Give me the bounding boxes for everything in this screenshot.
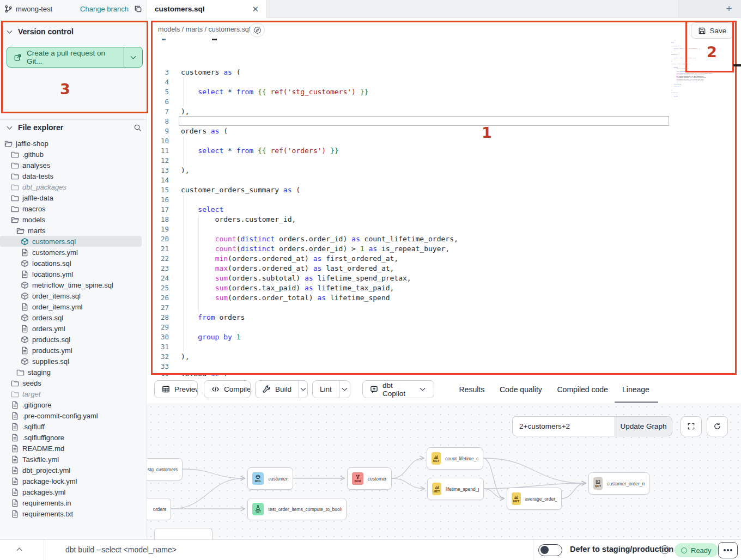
file-tree-item-readme-md[interactable]: README.md <box>0 443 147 454</box>
tab-results[interactable]: Results <box>459 376 485 403</box>
button-main[interactable]: Build <box>256 381 299 398</box>
file-tree-item-jaffle-data[interactable]: jaffle-data <box>0 192 147 203</box>
file-tree-item-packages-yml[interactable]: packages.yml <box>0 486 147 497</box>
create-pr-button[interactable]: Create a pull request on Git... <box>7 47 143 68</box>
file-tree-item-products-sql[interactable]: products.sql <box>0 334 147 345</box>
copy-icon[interactable] <box>134 5 142 13</box>
new-tab-button[interactable]: + <box>722 2 736 15</box>
chevron-up-icon[interactable] <box>15 545 23 553</box>
folder-icon <box>11 390 19 398</box>
file-tree-item-supplies-sql[interactable]: supplies.sql <box>0 356 147 367</box>
file-tree-item-jaffle-shop[interactable]: jaffle-shop <box>0 138 147 149</box>
lineage-node-average_order_value[interactable]: METaverage_order_value <box>507 488 562 510</box>
file-tree-item-taskfile-yml[interactable]: Taskfile.yml <box>0 454 147 465</box>
tab-code-quality[interactable]: Code quality <box>500 376 542 403</box>
code-editor[interactable]: with customers as ( select * from {{ ref… <box>147 41 741 376</box>
lineage-node-test_order_items[interactable]: TSTtest_order_items_compute_to_bools... <box>247 498 347 520</box>
table-icon <box>162 385 170 393</box>
file-tree-item-requirements-txt[interactable]: requirements.txt <box>0 508 147 519</box>
tab-lineage[interactable]: Lineage <box>622 376 649 403</box>
close-icon[interactable]: ✕ <box>252 5 259 13</box>
file-tree-item--sqlfluffignore[interactable]: .sqlfluffignore <box>0 432 147 443</box>
dbt-copilot-button[interactable]: dbt Copilot <box>362 380 434 398</box>
lineage-node-orders[interactable]: orders <box>147 498 171 520</box>
copilot-compass-button[interactable] <box>250 23 265 37</box>
button-main[interactable]: Compile <box>204 381 251 398</box>
defer-toggle[interactable] <box>538 544 562 556</box>
doc-icon <box>11 455 19 464</box>
lint-button[interactable]: Lint <box>312 380 350 398</box>
file-tree-item-analyses[interactable]: analyses <box>0 160 147 171</box>
line-number: 10 <box>147 136 169 146</box>
file-tree-item--gitignore[interactable]: .gitignore <box>0 399 147 410</box>
command-input[interactable]: dbt build --select <model_name> <box>65 545 177 554</box>
version-control-title: Version control <box>18 27 74 36</box>
button-main[interactable]: dbt Copilot <box>363 381 434 398</box>
file-tree-item-package-lock-yml[interactable]: package-lock.yml <box>0 476 147 486</box>
dbt-ide-app: mwong-test Change branch customers.sql ✕… <box>0 0 741 560</box>
button-main[interactable]: Lint <box>313 381 339 398</box>
version-control-header[interactable]: Version control <box>0 25 147 38</box>
file-tree-item-macros[interactable]: macros <box>0 203 147 214</box>
file-tree-item-label: customers.yml <box>32 248 78 257</box>
lineage-node-count_lifetime_orders[interactable]: METcount_lifetime_orders <box>427 447 483 470</box>
file-tree-item-models[interactable]: models <box>0 214 147 225</box>
file-tree-item-locations-yml[interactable]: locations.yml <box>0 269 147 279</box>
fullscreen-icon <box>687 422 695 430</box>
file-tree-item-order-items-sql[interactable]: order_items.sql <box>0 290 147 301</box>
update-graph-button[interactable]: Update Graph <box>615 416 672 436</box>
file-tree-item-metricflow-time-spine-sql[interactable]: metricflow_time_spine.sql <box>0 279 147 290</box>
save-button[interactable]: Save <box>691 22 733 39</box>
file-tree-item-customers-sql[interactable]: customers.sql <box>0 236 142 247</box>
lineage-node-lifetime_spend_pretax[interactable]: METlifetime_spend_pretax <box>427 478 484 500</box>
change-branch-link[interactable]: Change branch <box>80 5 129 13</box>
file-tree-item-dbt-project-yml[interactable]: dbt_project.yml <box>0 465 147 476</box>
compile-button[interactable]: Compile <box>204 380 251 398</box>
fullscreen-button[interactable] <box>681 416 702 436</box>
line-number: 29 <box>147 322 169 332</box>
doc-icon <box>11 499 19 507</box>
lineage-node-customer_order_metrics[interactable]: QRYcustomer_order_metrics <box>588 472 649 495</box>
more-options-button[interactable] <box>718 542 738 558</box>
lint-dropdown[interactable] <box>339 381 350 398</box>
file-explorer-header[interactable]: File explorer <box>0 121 147 134</box>
file-tree-item-seeds[interactable]: seeds <box>0 378 147 388</box>
clipped-code-line <box>212 39 217 40</box>
lineage-filter-input[interactable] <box>512 416 615 436</box>
lineage-node-customers_sem[interactable]: SEMcustomers <box>347 467 392 490</box>
lineage-node-partial_node[interactable] <box>154 528 212 539</box>
file-tree-item-customers-yml[interactable]: customers.yml <box>0 247 147 258</box>
file-tree-item--github[interactable]: .github <box>0 149 147 160</box>
build-button[interactable]: Build <box>255 380 308 398</box>
button-main[interactable]: Preview <box>155 381 198 398</box>
file-tree-item-order-items-yml[interactable]: order_items.yml <box>0 301 147 312</box>
file-tree-item-dbt-packages[interactable]: dbt_packages <box>0 181 147 192</box>
file-tree-item-requirements-in[interactable]: requirements.in <box>0 497 147 508</box>
search-icon[interactable] <box>133 124 142 132</box>
tab-customers-sql[interactable]: customers.sql ✕ <box>147 0 267 18</box>
file-tree-item-staging[interactable]: staging <box>0 367 147 378</box>
file-tree-item-target[interactable]: target <box>0 388 147 399</box>
file-tree-item-products-yml[interactable]: products.yml <box>0 345 147 356</box>
file-tree-item--pre-commit-config-yaml[interactable]: .pre-commit-config.yaml <box>0 410 147 421</box>
lineage-node-customers_mdl[interactable]: MDLcustomers <box>247 467 293 490</box>
file-tree-item--sqlfluff[interactable]: .sqlfluff <box>0 421 147 432</box>
file-tree-item-orders-yml[interactable]: orders.yml <box>0 323 147 334</box>
tab-compiled-code[interactable]: Compiled code <box>557 376 608 403</box>
file-tree-item-marts[interactable]: marts <box>0 225 147 236</box>
status-badge[interactable]: Ready <box>675 543 718 557</box>
refresh-button[interactable] <box>707 416 728 436</box>
file-tree-item-label: locations.sql <box>32 259 71 267</box>
lineage-node-stg_customers[interactable]: stg_customers <box>147 458 183 480</box>
file-tree-item-locations-sql[interactable]: locations.sql <box>0 258 147 269</box>
preview-button[interactable]: Preview <box>154 380 198 398</box>
wrench-icon <box>263 385 271 393</box>
build-dropdown[interactable] <box>299 381 307 398</box>
file-tree-item-orders-sql[interactable]: orders.sql <box>0 312 147 323</box>
file-tree-item-data-tests[interactable]: data-tests <box>0 171 147 181</box>
create-pr-dropdown[interactable] <box>124 47 142 67</box>
folder-icon <box>16 368 25 376</box>
help-icon[interactable]: ? <box>660 545 669 554</box>
lineage-canvas[interactable]: stg_customersordersMDLcustomersTSTtest_o… <box>147 403 741 539</box>
minimap[interactable]: with customers as ( select * from {{ ref… <box>671 42 716 114</box>
